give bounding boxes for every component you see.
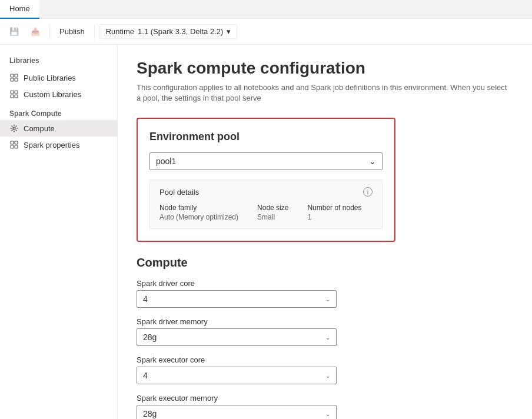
publish-button[interactable]: Publish — [55, 25, 89, 38]
svg-rect-10 — [15, 141, 18, 144]
compute-section-title: Compute — [137, 256, 513, 270]
info-icon[interactable]: i — [363, 187, 373, 197]
environment-pool-title: Environment pool — [149, 131, 383, 143]
spark-compute-section-label: Spark Compute — [0, 102, 117, 120]
node-size-value: Small — [257, 213, 288, 221]
sidebar-item-spark-properties[interactable]: Spark properties — [0, 137, 117, 153]
spark-executor-memory-chevron-icon: ⌄ — [325, 411, 330, 417]
sidebar-item-label-compute: Compute — [24, 124, 55, 133]
spark-executor-core-value: 4 — [143, 371, 148, 380]
save-button[interactable]: 💾 — [5, 25, 24, 38]
grid-icon-public — [9, 73, 19, 82]
export-button[interactable]: 📤 — [26, 25, 45, 38]
libraries-section-label: Libraries — [0, 54, 117, 69]
runtime-label: Runtime — [106, 27, 134, 36]
sidebar: Libraries Public Libraries — [0, 45, 118, 419]
node-size-col: Node size Small — [257, 204, 288, 221]
spark-driver-core-label: Spark driver core — [137, 279, 337, 288]
svg-rect-0 — [11, 74, 14, 77]
grid-icon-custom — [9, 89, 19, 99]
runtime-version: 1.1 (Spark 3.3, Delta 2.2) — [138, 27, 223, 36]
sidebar-item-compute[interactable]: Compute — [0, 120, 117, 137]
num-nodes-col: Number of nodes 1 — [307, 204, 361, 221]
sidebar-item-label-public-libraries: Public Libraries — [24, 74, 76, 82]
svg-rect-5 — [15, 91, 18, 94]
toolbar: 💾 📤 Publish Runtime 1.1 (Spark 3.3, Delt… — [0, 19, 532, 45]
svg-rect-3 — [15, 78, 18, 81]
sidebar-item-label-custom-libraries: Custom Libraries — [24, 90, 81, 99]
page-title: Spark compute configuration — [137, 59, 513, 78]
svg-point-8 — [13, 127, 15, 129]
spark-driver-core-chevron-icon: ⌄ — [325, 296, 330, 302]
pool-dropdown-chevron-icon: ⌄ — [369, 157, 376, 166]
gear-icon-compute — [9, 124, 19, 133]
pool-details-label: Pool details — [159, 188, 199, 197]
sidebar-item-custom-libraries[interactable]: Custom Libraries — [0, 86, 117, 102]
spark-driver-memory-label: Spark driver memory — [137, 317, 337, 326]
pool-details-box: Pool details i Node family Auto (Memory … — [149, 179, 383, 229]
toolbar-separator-2 — [94, 25, 95, 39]
svg-rect-6 — [11, 95, 14, 98]
pool-details-header: Pool details i — [159, 187, 373, 197]
num-nodes-value: 1 — [307, 213, 361, 221]
page-description: This configuration applies to all notebo… — [137, 82, 513, 104]
tab-bar: Home — [0, 0, 532, 19]
pool-dropdown-value: pool1 — [156, 157, 176, 166]
svg-rect-1 — [15, 74, 18, 77]
sidebar-item-public-libraries[interactable]: Public Libraries — [0, 69, 117, 86]
svg-rect-7 — [15, 95, 18, 98]
sidebar-item-label-spark-properties: Spark properties — [24, 141, 79, 149]
spark-executor-core-chevron-icon: ⌄ — [325, 373, 330, 379]
tab-home[interactable]: Home — [0, 0, 39, 19]
publish-label: Publish — [59, 27, 85, 36]
spark-driver-memory-chevron-icon: ⌄ — [325, 334, 330, 341]
spark-executor-memory-dropdown[interactable]: 28g ⌄ — [137, 405, 337, 419]
spark-driver-memory-dropdown[interactable]: 28g ⌄ — [137, 328, 337, 346]
pool-dropdown[interactable]: pool1 ⌄ — [149, 152, 383, 170]
spark-executor-memory-label: Spark executor memory — [137, 394, 337, 403]
tab-home-label: Home — [9, 4, 30, 13]
node-family-key: Node family — [159, 204, 238, 212]
content-area: Spark compute configuration This configu… — [118, 45, 532, 419]
spark-executor-memory-value: 28g — [143, 409, 157, 418]
spark-executor-core-dropdown[interactable]: 4 ⌄ — [137, 367, 337, 384]
pool-details-grid: Node family Auto (Memory optimized) Node… — [159, 204, 373, 221]
environment-pool-section: Environment pool pool1 ⌄ Pool details i … — [137, 118, 395, 242]
spark-executor-core-label: Spark executor core — [137, 355, 337, 364]
spark-driver-core-group: Spark driver core 4 ⌄ — [137, 279, 337, 308]
node-family-col: Node family Auto (Memory optimized) — [159, 204, 238, 221]
spark-executor-memory-group: Spark executor memory 28g ⌄ — [137, 394, 337, 419]
spark-driver-core-value: 4 — [143, 294, 148, 304]
svg-rect-2 — [11, 78, 14, 81]
main-layout: Libraries Public Libraries — [0, 45, 532, 419]
spark-driver-core-dropdown[interactable]: 4 ⌄ — [137, 290, 337, 308]
svg-rect-12 — [15, 145, 18, 148]
grid-icon-spark-props — [9, 140, 19, 149]
runtime-chevron-icon: ▾ — [227, 27, 231, 36]
node-family-value: Auto (Memory optimized) — [159, 213, 238, 221]
svg-rect-11 — [11, 145, 14, 148]
info-icon-text: i — [367, 188, 368, 195]
svg-rect-4 — [11, 91, 14, 94]
spark-driver-memory-value: 28g — [143, 332, 157, 342]
runtime-selector[interactable]: Runtime 1.1 (Spark 3.3, Delta 2.2) ▾ — [99, 24, 238, 39]
export-icon: 📤 — [31, 27, 40, 36]
svg-rect-9 — [11, 141, 14, 144]
node-size-key: Node size — [257, 204, 288, 212]
num-nodes-key: Number of nodes — [307, 204, 361, 212]
save-icon: 💾 — [9, 27, 19, 36]
toolbar-separator-1 — [49, 25, 50, 39]
spark-driver-memory-group: Spark driver memory 28g ⌄ — [137, 317, 337, 346]
spark-executor-core-group: Spark executor core 4 ⌄ — [137, 355, 337, 384]
